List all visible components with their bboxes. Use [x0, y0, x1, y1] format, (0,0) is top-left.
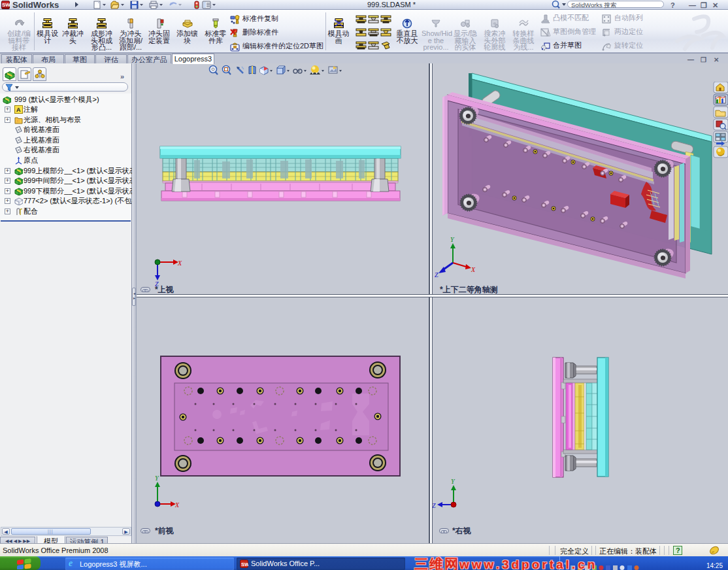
svg-text:SW: SW	[241, 562, 248, 567]
svg-text:Z: Z	[435, 271, 438, 278]
svg-text:Y: Y	[155, 475, 159, 482]
svg-text:X: X	[471, 266, 476, 273]
svg-text:?: ?	[676, 546, 680, 554]
svg-text:X: X	[177, 260, 182, 267]
svg-text:A: A	[16, 107, 21, 113]
svg-text:Y: Y	[450, 236, 455, 243]
svg-text:Y: Y	[451, 478, 455, 485]
svg-text:X: X	[174, 501, 180, 509]
